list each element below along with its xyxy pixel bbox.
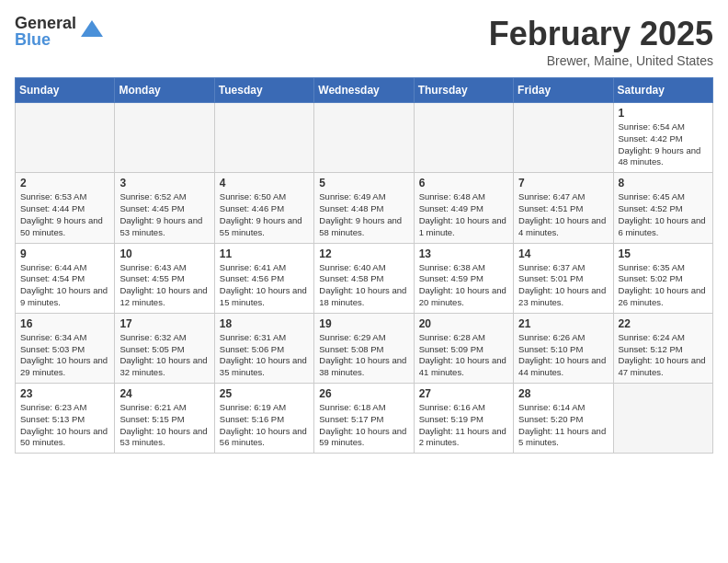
day-number: 14 (518, 247, 608, 260)
calendar-cell: 28Sunrise: 6:14 AM Sunset: 5:20 PM Dayli… (514, 384, 613, 454)
weekday-header-wednesday: Wednesday (314, 78, 414, 103)
title-block: February 2025 Brewer, Maine, United Stat… (489, 15, 713, 68)
calendar-cell: 26Sunrise: 6:18 AM Sunset: 5:17 PM Dayli… (314, 384, 414, 454)
day-number: 21 (518, 317, 608, 330)
day-number: 20 (419, 317, 508, 330)
calendar-week-row: 16Sunrise: 6:34 AM Sunset: 5:03 PM Dayli… (16, 313, 713, 383)
day-info: Sunrise: 6:29 AM Sunset: 5:08 PM Dayligh… (319, 332, 408, 379)
calendar-cell: 9Sunrise: 6:44 AM Sunset: 4:54 PM Daylig… (16, 243, 115, 313)
weekday-header-sunday: Sunday (16, 78, 115, 103)
day-number: 15 (619, 247, 708, 260)
day-info: Sunrise: 6:48 AM Sunset: 4:49 PM Dayligh… (419, 191, 508, 238)
day-number: 28 (518, 387, 608, 400)
day-info: Sunrise: 6:40 AM Sunset: 4:58 PM Dayligh… (319, 262, 408, 309)
day-info: Sunrise: 6:41 AM Sunset: 4:56 PM Dayligh… (220, 262, 309, 309)
day-info: Sunrise: 6:37 AM Sunset: 5:01 PM Dayligh… (518, 262, 608, 309)
calendar-cell: 3Sunrise: 6:52 AM Sunset: 4:45 PM Daylig… (115, 173, 214, 243)
calendar-week-row: 23Sunrise: 6:23 AM Sunset: 5:13 PM Dayli… (16, 384, 713, 454)
day-info: Sunrise: 6:28 AM Sunset: 5:09 PM Dayligh… (419, 332, 508, 379)
day-info: Sunrise: 6:47 AM Sunset: 4:51 PM Dayligh… (518, 191, 608, 238)
day-number: 7 (518, 177, 608, 190)
location: Brewer, Maine, United States (489, 53, 713, 68)
calendar-cell (115, 103, 214, 173)
calendar-cell: 6Sunrise: 6:48 AM Sunset: 4:49 PM Daylig… (414, 173, 513, 243)
calendar-cell (514, 103, 613, 173)
calendar-cell: 25Sunrise: 6:19 AM Sunset: 5:16 PM Dayli… (214, 384, 313, 454)
svg-marker-0 (81, 20, 103, 37)
weekday-header-tuesday: Tuesday (214, 78, 313, 103)
day-number: 23 (20, 387, 109, 400)
day-info: Sunrise: 6:38 AM Sunset: 4:59 PM Dayligh… (419, 262, 508, 309)
calendar-cell: 16Sunrise: 6:34 AM Sunset: 5:03 PM Dayli… (16, 313, 115, 383)
day-number: 9 (20, 247, 109, 260)
calendar-cell: 21Sunrise: 6:26 AM Sunset: 5:10 PM Dayli… (514, 313, 613, 383)
day-number: 3 (119, 177, 209, 190)
day-info: Sunrise: 6:49 AM Sunset: 4:48 PM Dayligh… (319, 191, 408, 238)
day-info: Sunrise: 6:53 AM Sunset: 4:44 PM Dayligh… (20, 191, 109, 238)
calendar-cell (314, 103, 414, 173)
day-number: 2 (20, 177, 109, 190)
day-number: 27 (419, 387, 508, 400)
calendar-cell: 10Sunrise: 6:43 AM Sunset: 4:55 PM Dayli… (115, 243, 214, 313)
day-info: Sunrise: 6:14 AM Sunset: 5:20 PM Dayligh… (518, 402, 608, 449)
day-info: Sunrise: 6:18 AM Sunset: 5:17 PM Dayligh… (319, 402, 408, 449)
day-info: Sunrise: 6:21 AM Sunset: 5:15 PM Dayligh… (119, 402, 209, 449)
day-info: Sunrise: 6:32 AM Sunset: 5:05 PM Dayligh… (119, 332, 209, 379)
calendar-cell: 27Sunrise: 6:16 AM Sunset: 5:19 PM Dayli… (414, 384, 513, 454)
calendar-week-row: 2Sunrise: 6:53 AM Sunset: 4:44 PM Daylig… (16, 173, 713, 243)
weekday-header-thursday: Thursday (414, 78, 513, 103)
day-info: Sunrise: 6:23 AM Sunset: 5:13 PM Dayligh… (20, 402, 109, 449)
weekday-header-saturday: Saturday (613, 78, 712, 103)
day-number: 11 (220, 247, 309, 260)
day-info: Sunrise: 6:24 AM Sunset: 5:12 PM Dayligh… (619, 332, 708, 379)
weekday-header-monday: Monday (115, 78, 214, 103)
calendar-cell: 17Sunrise: 6:32 AM Sunset: 5:05 PM Dayli… (115, 313, 214, 383)
calendar-cell: 22Sunrise: 6:24 AM Sunset: 5:12 PM Dayli… (613, 313, 712, 383)
day-number: 4 (220, 177, 309, 190)
day-number: 5 (319, 177, 408, 190)
day-number: 1 (619, 107, 708, 120)
calendar-cell: 14Sunrise: 6:37 AM Sunset: 5:01 PM Dayli… (514, 243, 613, 313)
calendar-cell: 4Sunrise: 6:50 AM Sunset: 4:46 PM Daylig… (214, 173, 313, 243)
logo-icon (79, 18, 105, 44)
calendar-cell: 11Sunrise: 6:41 AM Sunset: 4:56 PM Dayli… (214, 243, 313, 313)
calendar-cell: 8Sunrise: 6:45 AM Sunset: 4:52 PM Daylig… (613, 173, 712, 243)
day-info: Sunrise: 6:43 AM Sunset: 4:55 PM Dayligh… (119, 262, 209, 309)
day-info: Sunrise: 6:35 AM Sunset: 5:02 PM Dayligh… (619, 262, 708, 309)
calendar-table: SundayMondayTuesdayWednesdayThursdayFrid… (15, 77, 713, 454)
calendar-cell: 18Sunrise: 6:31 AM Sunset: 5:06 PM Dayli… (214, 313, 313, 383)
day-number: 12 (319, 247, 408, 260)
logo: General Blue (15, 15, 105, 48)
day-number: 18 (220, 317, 309, 330)
day-info: Sunrise: 6:52 AM Sunset: 4:45 PM Dayligh… (119, 191, 209, 238)
calendar-cell: 13Sunrise: 6:38 AM Sunset: 4:59 PM Dayli… (414, 243, 513, 313)
day-number: 22 (619, 317, 708, 330)
day-info: Sunrise: 6:31 AM Sunset: 5:06 PM Dayligh… (220, 332, 309, 379)
day-number: 10 (119, 247, 209, 260)
calendar-cell: 23Sunrise: 6:23 AM Sunset: 5:13 PM Dayli… (16, 384, 115, 454)
calendar-cell: 24Sunrise: 6:21 AM Sunset: 5:15 PM Dayli… (115, 384, 214, 454)
calendar-cell: 15Sunrise: 6:35 AM Sunset: 5:02 PM Dayli… (613, 243, 712, 313)
calendar-cell: 12Sunrise: 6:40 AM Sunset: 4:58 PM Dayli… (314, 243, 414, 313)
calendar-cell: 20Sunrise: 6:28 AM Sunset: 5:09 PM Dayli… (414, 313, 513, 383)
calendar-week-row: 9Sunrise: 6:44 AM Sunset: 4:54 PM Daylig… (16, 243, 713, 313)
logo-general: General (15, 15, 76, 31)
day-number: 19 (319, 317, 408, 330)
month-title: February 2025 (489, 15, 713, 53)
day-number: 25 (220, 387, 309, 400)
calendar-cell: 7Sunrise: 6:47 AM Sunset: 4:51 PM Daylig… (514, 173, 613, 243)
day-info: Sunrise: 6:44 AM Sunset: 4:54 PM Dayligh… (20, 262, 109, 309)
day-info: Sunrise: 6:19 AM Sunset: 5:16 PM Dayligh… (220, 402, 309, 449)
day-number: 6 (419, 177, 508, 190)
page-header: General Blue February 2025 Brewer, Maine… (15, 15, 713, 68)
day-info: Sunrise: 6:34 AM Sunset: 5:03 PM Dayligh… (20, 332, 109, 379)
weekday-header-row: SundayMondayTuesdayWednesdayThursdayFrid… (16, 78, 713, 103)
day-number: 17 (119, 317, 209, 330)
calendar-cell: 19Sunrise: 6:29 AM Sunset: 5:08 PM Dayli… (314, 313, 414, 383)
day-info: Sunrise: 6:26 AM Sunset: 5:10 PM Dayligh… (518, 332, 608, 379)
day-number: 16 (20, 317, 109, 330)
calendar-cell (613, 384, 712, 454)
calendar-cell (214, 103, 313, 173)
day-number: 13 (419, 247, 508, 260)
calendar-cell: 1Sunrise: 6:54 AM Sunset: 4:42 PM Daylig… (613, 103, 712, 173)
